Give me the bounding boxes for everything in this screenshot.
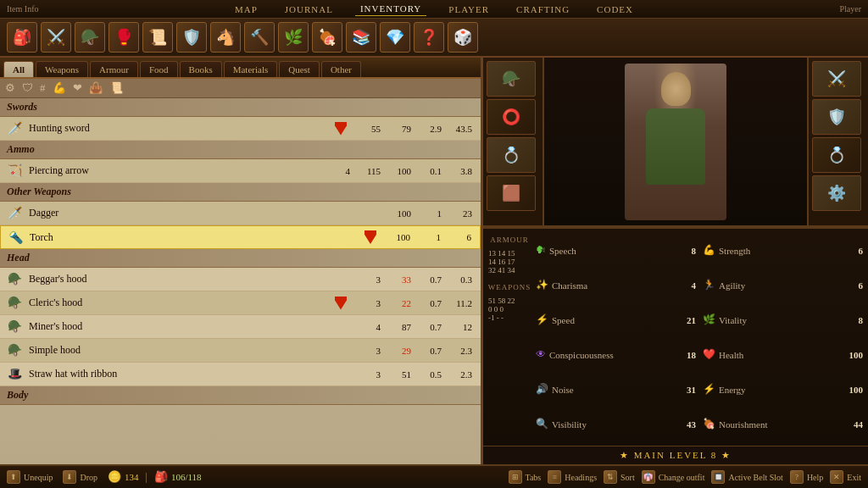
item-val: 115 xyxy=(353,166,384,176)
char-right-slots: ⚔️ 🛡️ 💍 ⚙️ xyxy=(809,58,868,225)
action-sort[interactable]: ⇅ Sort xyxy=(604,470,635,484)
category-ammo: Ammo xyxy=(0,141,481,159)
item-qty: 3 xyxy=(353,274,384,285)
toolbar-icon-misc[interactable]: 🎲 xyxy=(448,22,478,53)
item-val: 55 xyxy=(353,124,384,134)
belt-icon: 🔲 xyxy=(711,470,725,484)
item-icon-hat: 🎩 xyxy=(5,365,24,384)
char-head xyxy=(661,72,691,106)
stat-speech: 🗣 Speech 8 xyxy=(536,234,696,267)
category-other-weapons: Other Weapons xyxy=(0,183,481,202)
char-figure xyxy=(625,64,726,220)
armour-numbers: 13 14 15 14 16 17 32 41 34 xyxy=(488,249,531,274)
stat-icon-noise: 🔊 xyxy=(536,383,548,396)
toolbar-icon-gem[interactable]: 💎 xyxy=(380,22,410,53)
main-layout: All Weapons Armour Food Books Materials … xyxy=(0,58,868,464)
filter-icon[interactable]: ⚙ xyxy=(5,81,15,95)
item-miners-hood[interactable]: 🪖 Miner's hood 4 87 0.7 12 xyxy=(0,315,481,339)
action-help[interactable]: ? Help xyxy=(790,470,823,484)
armour-label: ARMOUR xyxy=(488,234,531,246)
item-simple-hood[interactable]: 🪖 Simple hood 3 29 0.7 2.3 xyxy=(0,339,481,363)
item-cond: 0.7 xyxy=(415,274,445,285)
filter-strength[interactable]: 💪 xyxy=(53,81,66,95)
item-val: 87 xyxy=(384,322,415,332)
toolbar-icon-hammer[interactable]: 🔨 xyxy=(244,22,275,53)
item-badge-shield2 xyxy=(361,228,380,247)
tab-quest[interactable]: Quest xyxy=(279,61,320,77)
gold-amount: 134 xyxy=(125,472,139,482)
char-slot-special[interactable]: ⚙️ xyxy=(812,175,861,211)
toolbar-icon-shield[interactable]: 🛡️ xyxy=(176,22,207,53)
stat-noise: 🔊 Noise 31 xyxy=(536,373,696,406)
item-cond: 0.7 xyxy=(415,346,445,356)
toolbar-icon-pouch[interactable]: 🎒 xyxy=(7,22,37,53)
tab-books[interactable]: Books xyxy=(180,61,222,77)
item-price: 12 xyxy=(445,322,476,332)
toolbar-icon-book[interactable]: 📚 xyxy=(346,22,376,53)
nav-inventory[interactable]: INVENTORY xyxy=(355,2,426,16)
item-straw-hat[interactable]: 🎩 Straw hat with ribbon 3 51 0.5 2.3 xyxy=(0,363,481,386)
toolbar-icon-herb[interactable]: 🌿 xyxy=(278,22,309,53)
headings-icon: ≡ xyxy=(548,470,561,484)
tab-all[interactable]: All xyxy=(3,61,34,77)
item-hunting-sword[interactable]: 🗡️ Hunting sword 55 79 2.9 43.5 xyxy=(0,117,481,141)
gold-display: 🪙 134 | 🎒 106/118 xyxy=(108,470,202,484)
item-piercing-arrow[interactable]: 🏹 Piercing arrow 4 115 100 0.1 3.8 xyxy=(0,159,481,183)
action-drop[interactable]: ⬇ Drop xyxy=(63,470,97,484)
tab-other[interactable]: Other xyxy=(321,61,361,77)
tab-weapons[interactable]: Weapons xyxy=(36,61,88,77)
headings-label: Headings xyxy=(565,473,597,482)
tab-food[interactable]: Food xyxy=(140,61,178,77)
action-tabs[interactable]: ⊞ Tabs xyxy=(509,470,542,484)
nav-codex[interactable]: CODEX xyxy=(592,3,638,16)
item-dagger[interactable]: 🗡️ Dagger 100 1 23 xyxy=(0,202,481,225)
char-slot-belt[interactable]: 🟫 xyxy=(487,175,536,211)
action-change-outfit[interactable]: 👘 Change outfit xyxy=(642,470,705,484)
char-center xyxy=(542,58,809,225)
tabs-icon: ⊞ xyxy=(509,470,522,484)
action-belt-slot[interactable]: 🔲 Active Belt Slot xyxy=(711,470,782,484)
item-val-red: 29 xyxy=(384,346,415,356)
nav-player[interactable]: PLAYER xyxy=(443,3,494,16)
tab-armour[interactable]: Armour xyxy=(90,61,138,77)
filter-bag[interactable]: 👜 xyxy=(89,81,103,95)
char-slot-weapon-off[interactable]: 🛡️ xyxy=(812,99,861,135)
char-slot-weapon-main[interactable]: ⚔️ xyxy=(812,61,861,97)
item-icon-hood1: 🪖 xyxy=(5,270,24,289)
stat-strength: 💪 Strength 6 xyxy=(703,234,863,267)
item-price: 2.3 xyxy=(445,346,476,356)
toolbar-icon-food[interactable]: 🍖 xyxy=(312,22,342,53)
item-clerics-hood[interactable]: 🪖 Cleric's hood 3 22 0.7 11.2 xyxy=(0,291,481,315)
filter-scroll[interactable]: 📜 xyxy=(109,81,123,95)
tab-materials[interactable]: Materials xyxy=(224,61,278,77)
toolbar-icon-helm[interactable]: 🪖 xyxy=(75,22,105,53)
item-cond: 0.7 xyxy=(415,298,445,308)
item-beggars-hood[interactable]: 🪖 Beggar's hood 3 33 0.7 0.3 xyxy=(0,268,481,291)
carry-icon: 🎒 xyxy=(154,470,168,484)
toolbar-icon-horse[interactable]: 🐴 xyxy=(210,22,241,53)
sort-icon[interactable]: 🛡 xyxy=(22,81,33,95)
filter-health[interactable]: ❤ xyxy=(73,81,82,95)
nav-crafting[interactable]: CRAFTING xyxy=(511,3,575,16)
toolbar-icon-sword[interactable]: ⚔️ xyxy=(41,22,71,53)
bottom-bar: ⬆ Unequip ⬇ Drop 🪙 134 | 🎒 106/118 ⊞ Tab… xyxy=(0,464,868,488)
item-price: 2.3 xyxy=(445,369,476,380)
item-icon-sword: 🗡️ xyxy=(5,119,24,138)
action-unequip[interactable]: ⬆ Unequip xyxy=(7,470,53,484)
toolbar-icon-gloves[interactable]: 🥊 xyxy=(108,22,139,53)
char-slot-head[interactable]: 🪖 xyxy=(487,61,536,97)
filter-hash[interactable]: # xyxy=(40,81,46,95)
item-torch[interactable]: 🔦 Torch 100 1 6 xyxy=(0,225,481,249)
nav-journal[interactable]: JOURNAL xyxy=(280,3,338,16)
item-qty: 4 xyxy=(353,322,384,332)
toolbar-icon-scroll[interactable]: 📜 xyxy=(142,22,173,53)
char-slot-necklace[interactable]: ⭕ xyxy=(487,99,536,135)
nav-map[interactable]: MAP xyxy=(230,3,263,16)
char-slot-ring-right[interactable]: 💍 xyxy=(812,137,861,173)
action-exit[interactable]: ✕ Exit xyxy=(830,470,861,484)
stat-agility: 🏃 Agility 6 xyxy=(703,269,863,302)
toolbar-icon-quest[interactable]: ❓ xyxy=(414,22,444,53)
main-level-text: ★ MAIN LEVEL 8 ★ xyxy=(620,450,732,460)
char-slot-ring-left[interactable]: 💍 xyxy=(487,137,536,173)
action-headings[interactable]: ≡ Headings xyxy=(548,470,597,484)
